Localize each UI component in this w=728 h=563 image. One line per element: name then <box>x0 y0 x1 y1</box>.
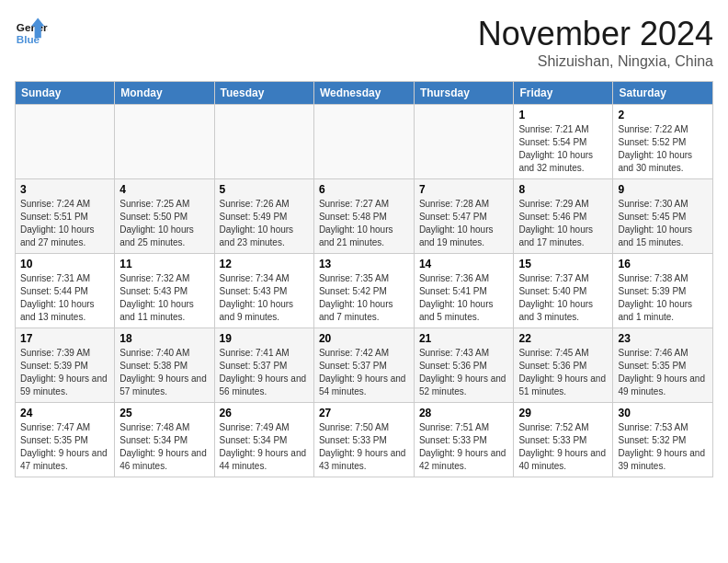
day-info: Sunrise: 7:51 AMSunset: 5:33 PMDaylight:… <box>419 421 509 473</box>
day-info: Sunrise: 7:50 AMSunset: 5:33 PMDaylight:… <box>319 421 409 473</box>
day-info: Sunrise: 7:53 AMSunset: 5:32 PMDaylight:… <box>618 421 708 473</box>
day-number: 24 <box>20 407 109 419</box>
table-cell: 10Sunrise: 7:31 AMSunset: 5:44 PMDayligh… <box>16 254 115 328</box>
table-cell <box>16 105 115 179</box>
day-number: 21 <box>419 332 509 345</box>
table-cell: 16Sunrise: 7:38 AMSunset: 5:39 PMDayligh… <box>613 254 713 328</box>
day-info: Sunrise: 7:32 AMSunset: 5:43 PMDaylight:… <box>119 272 209 324</box>
day-info: Sunrise: 7:22 AMSunset: 5:52 PMDaylight:… <box>618 123 708 175</box>
table-cell <box>214 105 313 179</box>
day-number: 17 <box>20 332 109 345</box>
day-info: Sunrise: 7:27 AMSunset: 5:48 PMDaylight:… <box>319 198 409 249</box>
table-cell: 3Sunrise: 7:24 AMSunset: 5:51 PMDaylight… <box>16 179 115 254</box>
day-number: 5 <box>220 183 309 196</box>
day-number: 2 <box>618 109 708 121</box>
calendar: Sunday Monday Tuesday Wednesday Thursday… <box>15 81 713 477</box>
table-cell: 7Sunrise: 7:28 AMSunset: 5:47 PMDaylight… <box>414 179 514 254</box>
table-cell: 5Sunrise: 7:26 AMSunset: 5:49 PMDaylight… <box>214 179 313 254</box>
day-info: Sunrise: 7:30 AMSunset: 5:45 PMDaylight:… <box>618 198 708 249</box>
day-info: Sunrise: 7:40 AMSunset: 5:38 PMDaylight:… <box>119 347 209 398</box>
day-number: 20 <box>319 332 409 345</box>
table-cell: 21Sunrise: 7:43 AMSunset: 5:36 PMDayligh… <box>414 328 514 403</box>
day-info: Sunrise: 7:48 AMSunset: 5:34 PMDaylight:… <box>119 421 209 473</box>
day-number: 10 <box>20 258 109 270</box>
day-info: Sunrise: 7:24 AMSunset: 5:51 PMDaylight:… <box>20 198 109 249</box>
table-cell: 4Sunrise: 7:25 AMSunset: 5:50 PMDaylight… <box>115 179 214 254</box>
table-cell: 15Sunrise: 7:37 AMSunset: 5:40 PMDayligh… <box>514 254 613 328</box>
day-info: Sunrise: 7:49 AMSunset: 5:34 PMDaylight:… <box>220 421 309 473</box>
day-info: Sunrise: 7:35 AMSunset: 5:42 PMDaylight:… <box>319 272 409 324</box>
header-tuesday: Tuesday <box>214 82 313 105</box>
day-info: Sunrise: 7:37 AMSunset: 5:40 PMDaylight:… <box>518 272 608 324</box>
day-info: Sunrise: 7:45 AMSunset: 5:36 PMDaylight:… <box>518 347 608 398</box>
day-info: Sunrise: 7:39 AMSunset: 5:39 PMDaylight:… <box>20 347 109 398</box>
day-number: 8 <box>518 183 608 196</box>
table-cell: 8Sunrise: 7:29 AMSunset: 5:46 PMDaylight… <box>514 179 613 254</box>
day-info: Sunrise: 7:28 AMSunset: 5:47 PMDaylight:… <box>419 198 509 249</box>
table-cell <box>115 105 214 179</box>
day-number: 26 <box>220 407 309 419</box>
day-number: 23 <box>618 332 708 345</box>
day-number: 22 <box>518 332 608 345</box>
week-row-2: 10Sunrise: 7:31 AMSunset: 5:44 PMDayligh… <box>16 254 713 328</box>
table-cell: 23Sunrise: 7:46 AMSunset: 5:35 PMDayligh… <box>613 328 713 403</box>
logo-icon: General Blue <box>15 15 48 48</box>
day-info: Sunrise: 7:52 AMSunset: 5:33 PMDaylight:… <box>518 421 608 473</box>
week-row-3: 17Sunrise: 7:39 AMSunset: 5:39 PMDayligh… <box>16 328 713 403</box>
table-cell: 11Sunrise: 7:32 AMSunset: 5:43 PMDayligh… <box>115 254 214 328</box>
header-thursday: Thursday <box>414 82 514 105</box>
day-number: 4 <box>119 183 209 196</box>
week-row-4: 24Sunrise: 7:47 AMSunset: 5:35 PMDayligh… <box>16 403 713 477</box>
day-number: 25 <box>119 407 209 419</box>
table-cell: 27Sunrise: 7:50 AMSunset: 5:33 PMDayligh… <box>313 403 414 477</box>
day-number: 9 <box>618 183 708 196</box>
table-cell: 24Sunrise: 7:47 AMSunset: 5:35 PMDayligh… <box>16 403 115 477</box>
day-number: 19 <box>220 332 309 345</box>
header-monday: Monday <box>115 82 214 105</box>
month-title: November 2024 <box>478 15 713 53</box>
table-cell: 30Sunrise: 7:53 AMSunset: 5:32 PMDayligh… <box>613 403 713 477</box>
table-cell: 9Sunrise: 7:30 AMSunset: 5:45 PMDaylight… <box>613 179 713 254</box>
day-info: Sunrise: 7:31 AMSunset: 5:44 PMDaylight:… <box>20 272 109 324</box>
table-cell: 28Sunrise: 7:51 AMSunset: 5:33 PMDayligh… <box>414 403 514 477</box>
week-row-0: 1Sunrise: 7:21 AMSunset: 5:54 PMDaylight… <box>16 105 713 179</box>
day-number: 29 <box>518 407 608 419</box>
calendar-header-row: Sunday Monday Tuesday Wednesday Thursday… <box>16 82 713 105</box>
day-number: 12 <box>220 258 309 270</box>
day-number: 3 <box>20 183 109 196</box>
day-number: 27 <box>319 407 409 419</box>
day-info: Sunrise: 7:38 AMSunset: 5:39 PMDaylight:… <box>618 272 708 324</box>
day-number: 18 <box>119 332 209 345</box>
day-info: Sunrise: 7:26 AMSunset: 5:49 PMDaylight:… <box>220 198 309 249</box>
table-cell: 29Sunrise: 7:52 AMSunset: 5:33 PMDayligh… <box>514 403 613 477</box>
table-cell: 19Sunrise: 7:41 AMSunset: 5:37 PMDayligh… <box>214 328 313 403</box>
header-sunday: Sunday <box>16 82 115 105</box>
week-row-1: 3Sunrise: 7:24 AMSunset: 5:51 PMDaylight… <box>16 179 713 254</box>
day-number: 1 <box>518 109 608 121</box>
table-cell: 18Sunrise: 7:40 AMSunset: 5:38 PMDayligh… <box>115 328 214 403</box>
day-number: 14 <box>419 258 509 270</box>
svg-text:General: General <box>17 21 48 33</box>
header-friday: Friday <box>514 82 613 105</box>
table-cell: 6Sunrise: 7:27 AMSunset: 5:48 PMDaylight… <box>313 179 414 254</box>
day-info: Sunrise: 7:43 AMSunset: 5:36 PMDaylight:… <box>419 347 509 398</box>
table-cell: 13Sunrise: 7:35 AMSunset: 5:42 PMDayligh… <box>313 254 414 328</box>
table-cell: 22Sunrise: 7:45 AMSunset: 5:36 PMDayligh… <box>514 328 613 403</box>
day-info: Sunrise: 7:29 AMSunset: 5:46 PMDaylight:… <box>518 198 608 249</box>
header-saturday: Saturday <box>613 82 713 105</box>
table-cell: 1Sunrise: 7:21 AMSunset: 5:54 PMDaylight… <box>514 105 613 179</box>
table-cell: 20Sunrise: 7:42 AMSunset: 5:37 PMDayligh… <box>313 328 414 403</box>
day-number: 6 <box>319 183 409 196</box>
day-info: Sunrise: 7:34 AMSunset: 5:43 PMDaylight:… <box>220 272 309 324</box>
day-number: 30 <box>618 407 708 419</box>
table-cell: 2Sunrise: 7:22 AMSunset: 5:52 PMDaylight… <box>613 105 713 179</box>
table-cell: 12Sunrise: 7:34 AMSunset: 5:43 PMDayligh… <box>214 254 313 328</box>
logo: General Blue <box>15 15 48 48</box>
day-number: 11 <box>119 258 209 270</box>
day-number: 7 <box>419 183 509 196</box>
table-cell: 26Sunrise: 7:49 AMSunset: 5:34 PMDayligh… <box>214 403 313 477</box>
day-info: Sunrise: 7:46 AMSunset: 5:35 PMDaylight:… <box>618 347 708 398</box>
table-cell <box>414 105 514 179</box>
table-cell: 17Sunrise: 7:39 AMSunset: 5:39 PMDayligh… <box>16 328 115 403</box>
table-cell: 14Sunrise: 7:36 AMSunset: 5:41 PMDayligh… <box>414 254 514 328</box>
